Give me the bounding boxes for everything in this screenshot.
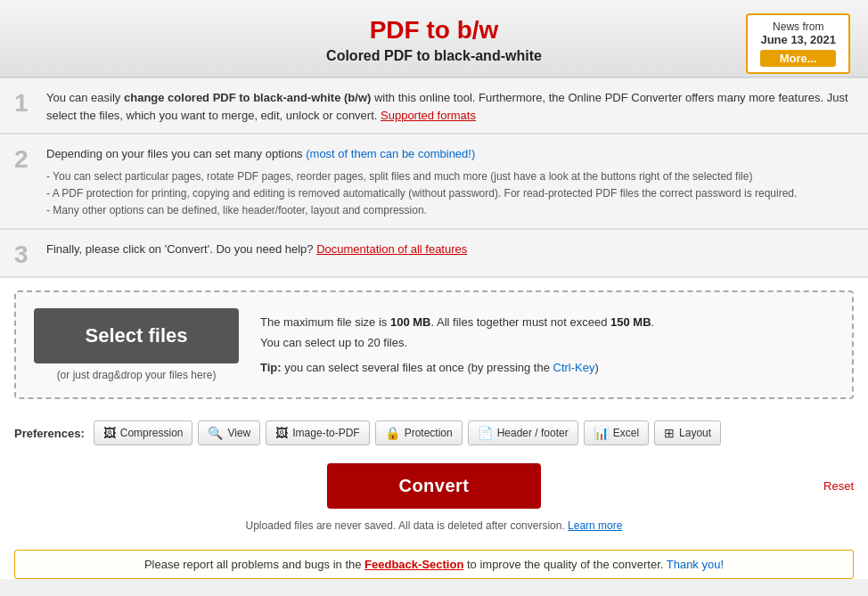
image-to-pdf-icon: 🖼	[275, 426, 288, 440]
step-2: 2 Depending on your files you can set ma…	[0, 135, 868, 229]
view-icon: 🔍	[208, 426, 223, 440]
image-to-pdf-btn[interactable]: 🖼 Image-to-PDF	[266, 420, 369, 445]
news-box[interactable]: News from June 13, 2021 More...	[746, 13, 850, 74]
select-files-area: Select files (or just drag&drop your fil…	[34, 308, 239, 381]
select-files-button[interactable]: Select files	[34, 308, 239, 363]
protection-label: Protection	[405, 427, 453, 439]
compression-label: Compression	[120, 427, 184, 439]
convert-button[interactable]: Convert	[327, 463, 540, 509]
compression-icon: 🖼	[103, 426, 116, 440]
view-label: View	[227, 427, 250, 439]
step-2-number: 2	[14, 147, 36, 172]
excel-btn[interactable]: 📊 Excel	[584, 420, 649, 445]
news-label: News from	[760, 20, 836, 33]
protection-icon: 🔒	[385, 426, 400, 440]
feedback-bar: Please report all problems and bugs in t…	[14, 550, 854, 579]
convert-row: Convert Reset	[0, 454, 868, 514]
privacy-notice: Uploaded files are never saved. All data…	[0, 514, 868, 543]
image-to-pdf-label: Image-to-PDF	[292, 427, 359, 439]
privacy-text: Uploaded files are never saved. All data…	[246, 519, 569, 532]
documentation-link[interactable]: Documentation of all features	[316, 242, 467, 256]
step-2-content: Depending on your files you can set many…	[46, 145, 854, 219]
supported-formats-link[interactable]: Supported formats	[381, 109, 476, 122]
header: PDF to b/w Colored PDF to black-and-whit…	[0, 0, 868, 78]
learn-more-link[interactable]: Learn more	[568, 519, 622, 532]
step-3-number: 3	[14, 242, 36, 267]
preferences-row: Preferences: 🖼 Compression 🔍 View 🖼 Imag…	[0, 412, 868, 454]
excel-icon: 📊	[594, 426, 609, 440]
news-more-button[interactable]: More...	[760, 50, 836, 67]
feedback-pre: Please report all problems and bugs in t…	[144, 558, 364, 571]
layout-btn[interactable]: ⊞ Layout	[654, 420, 721, 445]
header-footer-icon: 📄	[478, 426, 493, 440]
protection-btn[interactable]: 🔒 Protection	[375, 420, 463, 445]
excel-label: Excel	[613, 427, 639, 439]
header-footer-label: Header / footer	[497, 427, 569, 439]
preferences-label: Preferences:	[14, 427, 85, 440]
layout-label: Layout	[679, 427, 711, 439]
step-3: 3 Finally, please click on 'Convert'. Do…	[0, 230, 868, 277]
thank-you-text: Thank you!	[667, 558, 724, 571]
feedback-section-link[interactable]: Feedback-Section	[364, 558, 463, 571]
file-info: The maximum file size is 100 MB. All fil…	[260, 312, 654, 378]
feedback-mid: to improve the quality of the converter.	[463, 558, 666, 571]
step-3-content: Finally, please click on 'Convert'. Do y…	[46, 241, 854, 258]
step-2-bullets: - You can select particular pages, rotat…	[46, 168, 854, 220]
layout-icon: ⊞	[664, 426, 675, 440]
header-footer-btn[interactable]: 📄 Header / footer	[468, 420, 578, 445]
page-title: PDF to b/w	[18, 16, 850, 45]
step-1: 1 You can easily change colored PDF to b…	[0, 78, 868, 134]
step-1-content: You can easily change colored PDF to bla…	[46, 89, 854, 124]
drag-drop-hint: (or just drag&drop your files here)	[57, 369, 217, 381]
page-subtitle: Colored PDF to black-and-white	[18, 48, 850, 64]
compression-btn[interactable]: 🖼 Compression	[94, 420, 193, 445]
view-btn[interactable]: 🔍 View	[198, 420, 260, 445]
news-date: June 13, 2021	[760, 33, 836, 46]
drop-zone[interactable]: Select files (or just drag&drop your fil…	[14, 290, 854, 399]
reset-link[interactable]: Reset	[823, 479, 854, 493]
step-1-number: 1	[14, 91, 36, 116]
